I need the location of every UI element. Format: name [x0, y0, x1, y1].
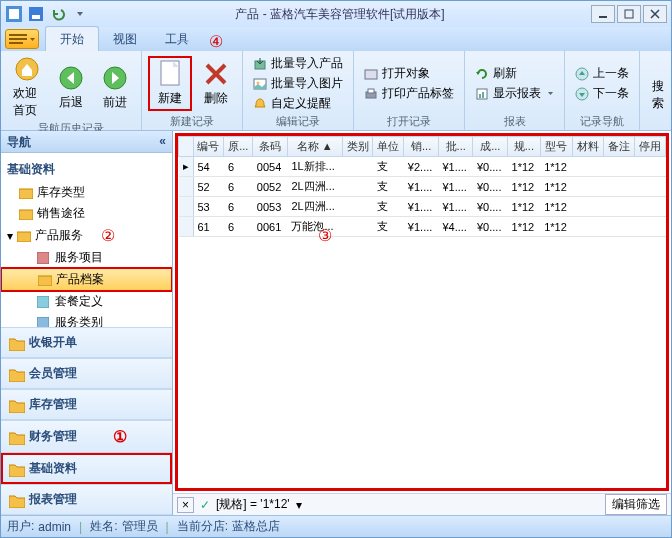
col-header[interactable]: 批... — [438, 137, 473, 157]
tab-view[interactable]: 视图 — [99, 27, 151, 51]
cell[interactable]: 0052 — [253, 177, 288, 197]
file-menu-button[interactable] — [5, 29, 39, 49]
cell[interactable]: 1*12 — [508, 177, 541, 197]
cell[interactable]: ¥1.... — [404, 177, 439, 197]
col-header[interactable]: 名称 ▲ — [287, 137, 342, 157]
cell[interactable]: 2L四洲... — [287, 197, 342, 217]
next-record-button[interactable]: 下一条 — [571, 84, 633, 103]
cell[interactable]: 支 — [373, 197, 404, 217]
print-label-button[interactable]: 打印产品标签 — [360, 84, 458, 103]
cell[interactable]: ¥2.... — [404, 157, 439, 177]
cell[interactable]: 6 — [224, 217, 253, 237]
cell[interactable] — [604, 197, 635, 217]
cell[interactable]: ¥1.... — [438, 197, 473, 217]
batch-import-product-button[interactable]: 批量导入产品 — [249, 54, 347, 73]
cell[interactable]: 6 — [224, 197, 253, 217]
cell[interactable]: 6 — [224, 177, 253, 197]
refresh-button[interactable]: 刷新 — [471, 64, 558, 83]
nav-section-stock[interactable]: 库存管理 — [1, 389, 172, 420]
cell[interactable] — [635, 157, 666, 177]
cell[interactable]: ¥0.... — [473, 197, 508, 217]
cell[interactable] — [604, 157, 635, 177]
col-header[interactable]: 材料 — [573, 137, 604, 157]
cell[interactable]: ¥0.... — [473, 217, 508, 237]
close-button[interactable] — [643, 5, 667, 23]
welcome-button[interactable]: 欢迎首页 — [7, 53, 47, 121]
cell[interactable] — [342, 177, 373, 197]
cell[interactable]: 6 — [224, 157, 253, 177]
cell[interactable]: 0053 — [253, 197, 288, 217]
nav-section-member[interactable]: 会员管理 — [1, 358, 172, 389]
qat-save-icon[interactable] — [27, 5, 45, 23]
cell[interactable]: 0054 — [253, 157, 288, 177]
expand-icon[interactable]: ▾ — [7, 229, 13, 243]
batch-import-image-button[interactable]: 批量导入图片 — [249, 74, 347, 93]
cell[interactable]: 1*12 — [508, 197, 541, 217]
cell[interactable]: ¥1.... — [404, 217, 439, 237]
tab-tools[interactable]: 工具 — [151, 27, 203, 51]
filter-check-icon[interactable]: ✓ — [200, 498, 210, 512]
edit-filter-button[interactable]: 编辑筛选 — [605, 494, 667, 515]
col-header[interactable]: 型号 — [540, 137, 573, 157]
cell[interactable] — [573, 177, 604, 197]
tree-service-cat[interactable]: 服务类别 — [1, 312, 172, 327]
cell[interactable]: 支 — [373, 157, 404, 177]
col-header[interactable]: 原... — [224, 137, 253, 157]
table-row[interactable]: 53600532L四洲...支¥1....¥1....¥0....1*121*1… — [179, 197, 666, 217]
cell[interactable]: 53 — [193, 197, 224, 217]
filter-close-button[interactable]: × — [177, 497, 194, 513]
prev-record-button[interactable]: 上一条 — [571, 64, 633, 83]
cell[interactable]: 1*12 — [540, 157, 573, 177]
maximize-button[interactable] — [617, 5, 641, 23]
new-button[interactable]: 新建 — [148, 56, 192, 111]
col-header[interactable]: 成... — [473, 137, 508, 157]
tree-prod-service[interactable]: ▾产品服务② — [1, 224, 172, 247]
col-header[interactable]: 编号 — [193, 137, 224, 157]
col-header[interactable]: 规... — [508, 137, 541, 157]
qat-dropdown-icon[interactable] — [71, 5, 89, 23]
cell[interactable] — [604, 177, 635, 197]
cell[interactable]: 1*12 — [540, 177, 573, 197]
cell[interactable]: ¥4.... — [438, 217, 473, 237]
cell[interactable]: 1*12 — [540, 217, 573, 237]
forward-button[interactable]: 前进 — [95, 62, 135, 113]
open-object-button[interactable]: 打开对象 — [360, 64, 458, 83]
cell[interactable]: 1*12 — [508, 217, 541, 237]
cell[interactable]: ¥0.... — [473, 157, 508, 177]
table-row[interactable]: ▸54600541L新排...支¥2....¥1....¥0....1*121*… — [179, 157, 666, 177]
cell[interactable]: ¥1.... — [438, 177, 473, 197]
col-header[interactable]: 条码 — [253, 137, 288, 157]
tree-stock-type[interactable]: 库存类型 — [1, 182, 172, 203]
nav-section-report[interactable]: 报表管理 — [1, 484, 172, 515]
nav-section-finance[interactable]: 财务管理① — [1, 420, 172, 453]
cell[interactable]: 1*12 — [540, 197, 573, 217]
col-header[interactable]: 类别 — [342, 137, 373, 157]
filter-dropdown-icon[interactable]: ▾ — [296, 498, 302, 512]
cell[interactable] — [342, 157, 373, 177]
cell[interactable]: 52 — [193, 177, 224, 197]
nav-section-receipt[interactable]: 收银开单 — [1, 327, 172, 358]
custom-remind-button[interactable]: 自定义提醒 — [249, 94, 347, 113]
cell[interactable]: 0061 — [253, 217, 288, 237]
cell[interactable] — [573, 197, 604, 217]
col-header[interactable]: 备注 — [604, 137, 635, 157]
cell[interactable]: 61 — [193, 217, 224, 237]
col-header[interactable]: 单位 — [373, 137, 404, 157]
cell[interactable] — [342, 217, 373, 237]
col-header[interactable]: 销... — [404, 137, 439, 157]
tree-sale-path[interactable]: 销售途径 — [1, 203, 172, 224]
qat-undo-icon[interactable] — [49, 5, 67, 23]
delete-button[interactable]: 删除 — [196, 58, 236, 109]
cell[interactable]: 支 — [373, 217, 404, 237]
table-row[interactable]: 52600522L四洲...支¥1....¥1....¥0....1*121*1… — [179, 177, 666, 197]
cell[interactable]: ¥0.... — [473, 177, 508, 197]
cell[interactable] — [342, 197, 373, 217]
cell[interactable]: ¥1.... — [438, 157, 473, 177]
tree-package-def[interactable]: 套餐定义 — [1, 291, 172, 312]
cell[interactable] — [604, 217, 635, 237]
data-grid[interactable]: 编号原...条码名称 ▲类别单位销...批...成...规...型号材料备注停用… — [175, 133, 669, 491]
search-button[interactable]: 搜索 — [646, 54, 672, 114]
cell[interactable] — [573, 157, 604, 177]
cell[interactable]: 1L新排... — [287, 157, 342, 177]
nav-section-basic[interactable]: 基础资料 — [1, 453, 172, 484]
